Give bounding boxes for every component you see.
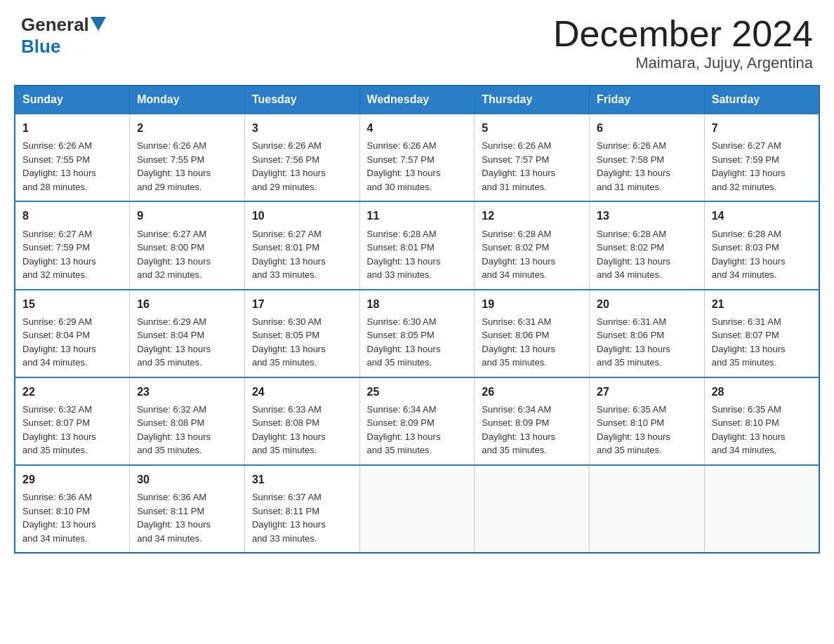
day-number: 21	[712, 296, 812, 312]
col-header-wednesday: Wednesday	[359, 86, 475, 114]
day-cell: 16Sunrise: 6:29 AMSunset: 8:04 PMDayligh…	[130, 290, 245, 377]
day-cell: 13Sunrise: 6:28 AMSunset: 8:02 PMDayligh…	[590, 201, 705, 289]
day-info: Sunrise: 6:32 AMSunset: 8:07 PMDaylight:…	[22, 403, 122, 457]
day-cell: 6Sunrise: 6:26 AMSunset: 7:58 PMDaylight…	[590, 114, 705, 201]
day-number: 20	[597, 296, 697, 312]
col-header-monday: Monday	[130, 86, 245, 114]
day-cell: 21Sunrise: 6:31 AMSunset: 8:07 PMDayligh…	[704, 290, 819, 377]
day-info: Sunrise: 6:31 AMSunset: 8:07 PMDaylight:…	[712, 315, 812, 370]
logo: General Blue	[21, 14, 106, 58]
day-cell: 19Sunrise: 6:31 AMSunset: 8:06 PMDayligh…	[475, 290, 590, 377]
day-number: 6	[597, 120, 697, 136]
day-info: Sunrise: 6:26 AMSunset: 7:56 PMDaylight:…	[252, 139, 352, 194]
day-number: 4	[367, 120, 468, 136]
day-cell: 25Sunrise: 6:34 AMSunset: 8:09 PMDayligh…	[359, 377, 475, 465]
main-title: December 2024	[553, 14, 813, 54]
day-cell: 22Sunrise: 6:32 AMSunset: 8:07 PMDayligh…	[15, 377, 130, 465]
day-cell: 17Sunrise: 6:30 AMSunset: 8:05 PMDayligh…	[244, 290, 359, 377]
week-row-4: 22Sunrise: 6:32 AMSunset: 8:07 PMDayligh…	[15, 377, 819, 465]
day-cell: 20Sunrise: 6:31 AMSunset: 8:06 PMDayligh…	[590, 290, 705, 377]
day-info: Sunrise: 6:26 AMSunset: 7:55 PMDaylight:…	[137, 139, 237, 194]
calendar-body: 1Sunrise: 6:26 AMSunset: 7:55 PMDaylight…	[15, 114, 819, 553]
day-cell: 30Sunrise: 6:36 AMSunset: 8:11 PMDayligh…	[130, 465, 245, 553]
day-cell: 7Sunrise: 6:27 AMSunset: 7:59 PMDaylight…	[704, 114, 819, 201]
day-number: 5	[482, 120, 582, 136]
day-info: Sunrise: 6:35 AMSunset: 8:10 PMDaylight:…	[712, 403, 812, 457]
day-info: Sunrise: 6:32 AMSunset: 8:08 PMDaylight:…	[137, 403, 237, 457]
day-info: Sunrise: 6:31 AMSunset: 8:06 PMDaylight:…	[597, 315, 697, 370]
day-cell: 1Sunrise: 6:26 AMSunset: 7:55 PMDaylight…	[15, 114, 130, 201]
day-number: 3	[252, 120, 352, 136]
day-cell	[475, 465, 590, 553]
col-header-friday: Friday	[590, 86, 705, 114]
col-header-thursday: Thursday	[475, 86, 590, 114]
day-number: 11	[367, 208, 468, 224]
day-cell	[359, 465, 475, 553]
day-number: 16	[137, 296, 237, 312]
logo-general-text: General	[21, 14, 89, 36]
subtitle: Maimara, Jujuy, Argentina	[553, 54, 813, 72]
day-cell: 2Sunrise: 6:26 AMSunset: 7:55 PMDaylight…	[130, 114, 245, 201]
day-number: 1	[22, 120, 122, 136]
day-number: 28	[712, 384, 812, 400]
logo-blue-text: Blue	[21, 36, 60, 57]
day-number: 9	[137, 208, 237, 224]
day-info: Sunrise: 6:28 AMSunset: 8:03 PMDaylight:…	[712, 227, 812, 282]
day-cell: 3Sunrise: 6:26 AMSunset: 7:56 PMDaylight…	[244, 114, 359, 201]
day-number: 17	[252, 296, 352, 312]
day-cell: 18Sunrise: 6:30 AMSunset: 8:05 PMDayligh…	[359, 290, 475, 377]
day-info: Sunrise: 6:34 AMSunset: 8:09 PMDaylight:…	[482, 403, 582, 457]
day-number: 15	[22, 296, 122, 312]
calendar-table: SundayMondayTuesdayWednesdayThursdayFrid…	[14, 85, 820, 554]
day-cell: 31Sunrise: 6:37 AMSunset: 8:11 PMDayligh…	[244, 465, 359, 553]
col-header-sunday: Sunday	[15, 86, 130, 114]
day-number: 10	[252, 208, 352, 224]
week-row-5: 29Sunrise: 6:36 AMSunset: 8:10 PMDayligh…	[15, 465, 819, 553]
col-header-tuesday: Tuesday	[244, 86, 359, 114]
week-row-1: 1Sunrise: 6:26 AMSunset: 7:55 PMDaylight…	[15, 114, 819, 201]
day-cell: 11Sunrise: 6:28 AMSunset: 8:01 PMDayligh…	[359, 201, 475, 289]
day-info: Sunrise: 6:26 AMSunset: 7:57 PMDaylight:…	[482, 139, 582, 194]
day-info: Sunrise: 6:33 AMSunset: 8:08 PMDaylight:…	[252, 403, 352, 457]
day-number: 13	[597, 208, 697, 224]
day-info: Sunrise: 6:30 AMSunset: 8:05 PMDaylight:…	[367, 315, 468, 370]
day-cell: 10Sunrise: 6:27 AMSunset: 8:01 PMDayligh…	[244, 201, 359, 289]
day-cell: 26Sunrise: 6:34 AMSunset: 8:09 PMDayligh…	[475, 377, 590, 465]
day-info: Sunrise: 6:27 AMSunset: 7:59 PMDaylight:…	[712, 139, 812, 194]
day-cell: 28Sunrise: 6:35 AMSunset: 8:10 PMDayligh…	[704, 377, 819, 465]
day-info: Sunrise: 6:27 AMSunset: 8:00 PMDaylight:…	[137, 227, 237, 282]
page-header: General Blue December 2024 Maimara, Juju…	[14, 14, 820, 72]
day-cell: 23Sunrise: 6:32 AMSunset: 8:08 PMDayligh…	[130, 377, 245, 465]
day-number: 24	[252, 384, 352, 400]
day-cell: 8Sunrise: 6:27 AMSunset: 7:59 PMDaylight…	[15, 201, 130, 289]
col-header-saturday: Saturday	[704, 86, 819, 114]
day-info: Sunrise: 6:35 AMSunset: 8:10 PMDaylight:…	[597, 403, 697, 457]
day-info: Sunrise: 6:27 AMSunset: 7:59 PMDaylight:…	[22, 227, 122, 282]
day-info: Sunrise: 6:34 AMSunset: 8:09 PMDaylight:…	[367, 403, 468, 457]
day-number: 29	[22, 471, 122, 488]
day-number: 12	[482, 208, 582, 224]
day-cell: 12Sunrise: 6:28 AMSunset: 8:02 PMDayligh…	[475, 201, 590, 289]
week-row-2: 8Sunrise: 6:27 AMSunset: 7:59 PMDaylight…	[15, 201, 819, 289]
calendar-header: SundayMondayTuesdayWednesdayThursdayFrid…	[15, 86, 819, 114]
day-cell: 4Sunrise: 6:26 AMSunset: 7:57 PMDaylight…	[359, 114, 475, 201]
day-number: 23	[137, 384, 237, 400]
day-cell: 24Sunrise: 6:33 AMSunset: 8:08 PMDayligh…	[244, 377, 359, 465]
title-block: December 2024 Maimara, Jujuy, Argentina	[553, 14, 813, 72]
day-number: 31	[252, 471, 352, 488]
logo-arrow-icon	[91, 17, 106, 34]
day-cell	[704, 465, 819, 553]
day-number: 2	[137, 120, 237, 136]
day-number: 8	[22, 208, 122, 224]
day-cell	[590, 465, 705, 553]
day-cell: 14Sunrise: 6:28 AMSunset: 8:03 PMDayligh…	[704, 201, 819, 289]
day-info: Sunrise: 6:36 AMSunset: 8:11 PMDaylight:…	[137, 490, 237, 545]
day-number: 30	[137, 471, 237, 488]
day-info: Sunrise: 6:26 AMSunset: 7:57 PMDaylight:…	[367, 139, 468, 194]
day-number: 7	[712, 120, 812, 136]
day-info: Sunrise: 6:28 AMSunset: 8:01 PMDaylight:…	[367, 227, 468, 282]
day-number: 25	[367, 384, 468, 400]
day-info: Sunrise: 6:30 AMSunset: 8:05 PMDaylight:…	[252, 315, 352, 370]
day-info: Sunrise: 6:31 AMSunset: 8:06 PMDaylight:…	[482, 315, 582, 370]
day-info: Sunrise: 6:26 AMSunset: 7:58 PMDaylight:…	[597, 139, 697, 194]
